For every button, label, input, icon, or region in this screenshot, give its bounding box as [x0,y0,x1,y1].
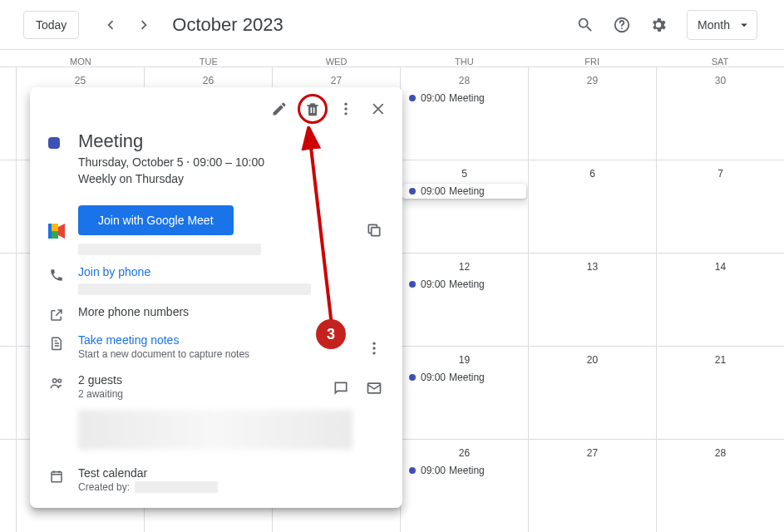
more-phone-numbers-link[interactable]: More phone numbers [78,305,389,318]
day-cell[interactable]: 2609:00Meeting [401,440,529,532]
help-icon [613,16,631,34]
guest-count: 2 guests [78,373,326,387]
event-datetime: Thursday, October 5 ⋅ 09:00 – 10:00 [78,155,264,169]
chat-guests-button[interactable] [326,373,356,403]
svg-point-9 [372,342,375,345]
event-dot [409,281,416,288]
day-number: 6 [529,164,656,184]
day-cell[interactable]: 1209:00Meeting [401,254,529,346]
mail-icon [366,380,382,397]
edit-event-button[interactable] [264,94,294,124]
calendar-name: Test calendar [78,466,389,480]
settings-button[interactable] [642,8,675,42]
svg-point-10 [372,347,375,349]
svg-rect-6 [52,224,58,231]
event-label: Meeting [449,92,485,104]
external-link-icon [48,307,65,323]
event-color-chip [48,137,60,149]
day-number: 13 [529,257,656,277]
event-recurrence: Weekly on Thursday [78,172,264,185]
event-detail-popup: Meeting Thursday, October 5 ⋅ 09:00 – 10… [30,87,402,508]
event-dot [409,95,416,101]
event-label: Meeting [449,185,485,197]
day-cell[interactable]: 20 [529,347,657,439]
close-icon [371,101,387,117]
event-label: Meeting [449,465,485,476]
join-meet-button[interactable]: Join with Google Meet [78,205,234,235]
creator-redacted [135,481,218,493]
day-number: 27 [529,443,656,463]
today-button[interactable]: Today [23,11,79,39]
calendar-event[interactable]: 09:00Meeting [402,184,526,199]
chevron-left-icon [101,16,120,34]
day-number: 7 [657,164,784,184]
day-cell[interactable]: 1909:00Meeting [401,347,529,439]
day-cell[interactable]: 7 [657,160,784,253]
day-cell[interactable]: 509:00Meeting [401,160,529,253]
day-number: 5 [401,164,528,184]
calendar-event[interactable]: 09:00Meeting [402,277,526,292]
day-cell[interactable]: 6 [529,160,657,253]
help-button[interactable] [605,8,639,42]
calendar-event[interactable]: 09:00Meeting [402,463,526,478]
event-options-button[interactable] [331,94,361,124]
day-number: 26 [401,443,528,463]
search-button[interactable] [569,8,602,42]
svg-point-3 [344,107,347,110]
next-month-button[interactable] [131,12,157,38]
day-cell[interactable]: 14 [657,254,784,346]
day-cell[interactable]: 21 [657,347,784,439]
svg-point-13 [58,379,62,382]
copy-icon [366,222,382,239]
event-time: 09:00 [421,185,446,197]
created-by-label: Created by: [78,481,130,493]
day-cell[interactable]: 13 [529,254,657,346]
more-vert-icon [338,101,354,117]
chat-icon [333,380,349,397]
join-by-phone-link[interactable]: Join by phone [78,265,389,278]
close-popup-button[interactable] [364,94,394,124]
svg-point-12 [53,379,57,383]
day-number: 28 [657,443,784,463]
day-cell[interactable]: 27 [529,440,657,532]
document-icon [48,335,65,352]
dropdown-icon [737,17,752,32]
copy-meet-link-button[interactable] [359,215,389,245]
view-selector[interactable]: Month [687,10,757,40]
calendar-event[interactable]: 09:00Meeting [402,370,526,385]
more-vert-icon [366,340,382,357]
pencil-icon [271,101,288,117]
event-time: 09:00 [421,372,446,383]
day-number: 21 [657,350,784,370]
notes-options-button[interactable] [359,333,389,363]
day-header: MON [17,50,145,66]
day-header: THU [400,50,528,66]
month-title[interactable]: October 2023 [172,14,283,36]
day-header: TUE [145,50,273,66]
prev-month-button[interactable] [97,12,124,38]
delete-event-button[interactable] [298,94,328,124]
event-dot [409,467,416,474]
day-cell[interactable]: 29 [529,67,657,160]
day-number: 29 [529,71,656,91]
svg-point-1 [621,27,623,29]
event-title: Meeting [78,131,264,152]
trash-icon [304,101,321,117]
day-number: 28 [401,71,528,91]
event-label: Meeting [449,278,485,290]
svg-rect-15 [52,472,62,482]
view-selector-label: Month [698,18,730,32]
svg-point-4 [344,112,347,115]
event-time: 09:00 [421,465,446,476]
chevron-right-icon [135,16,153,34]
email-guests-button[interactable] [359,373,389,403]
day-cell[interactable]: 2809:00Meeting [401,67,529,160]
day-number: 12 [401,257,528,277]
day-number: 14 [657,257,784,277]
event-label: Meeting [449,372,485,383]
calendar-event[interactable]: 09:00Meeting [402,91,526,106]
day-number: 19 [401,350,528,370]
day-cell[interactable]: 28 [657,440,784,532]
event-dot [409,188,416,195]
day-cell[interactable]: 30 [657,67,784,160]
